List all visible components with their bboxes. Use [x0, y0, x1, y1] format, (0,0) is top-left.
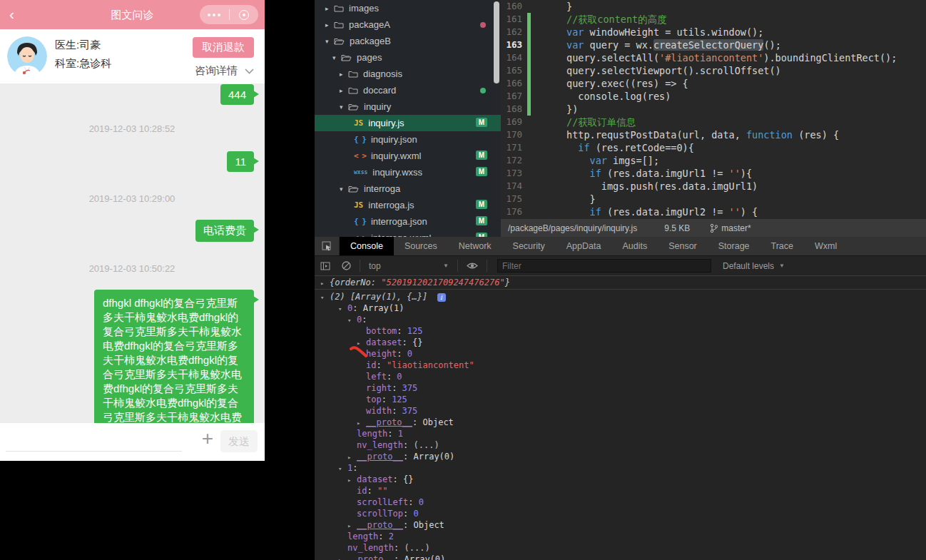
console-tree-row[interactable]: length: 1 — [315, 428, 926, 439]
console-tree-row[interactable]: ▾0: — [315, 314, 926, 325]
tab-sensor[interactable]: Sensor — [658, 237, 708, 255]
console-tree-row[interactable]: length: 2 — [315, 531, 926, 542]
code-line[interactable]: 172 var imgs=[]; — [501, 154, 926, 167]
tree-item-inquiry-wxml[interactable]: < > inquiry.wxml M — [315, 148, 501, 164]
tree-item-inquiry-js[interactable]: JS inquiry.js M — [315, 115, 501, 131]
tree-item-inquiry[interactable]: ▾ inquiry — [315, 98, 501, 115]
collapse-arrow-icon[interactable]: ▾ — [340, 185, 348, 193]
tree-item-interroga-json[interactable]: { } interroga.json M — [315, 213, 501, 230]
tree-item-packageB[interactable]: ▾ packageB — [315, 33, 501, 49]
console-tree-row[interactable]: nv_length: (...) — [315, 542, 926, 554]
cancel-refund-button[interactable]: 取消退款 — [193, 37, 254, 58]
console-tree-row[interactable]: width: 375 — [315, 405, 926, 417]
console-tree-row[interactable]: ▸dataset: {} — [315, 474, 926, 485]
code-line[interactable]: 160} — [501, 0, 926, 13]
console-tree-row[interactable]: bottom: 125 — [315, 325, 926, 337]
tree-item-inquiry-wxss[interactable]: wxss inquiry.wxss M — [315, 164, 501, 180]
code-line[interactable]: 161//获取content的高度 — [501, 13, 926, 26]
console-tree-row[interactable]: height: 0 — [315, 348, 926, 360]
code-line[interactable]: 165query.selectViewport().scrollOffset() — [501, 64, 926, 77]
tree-item-packageA[interactable]: ▸ packageA — [315, 16, 501, 33]
consult-detail-toggle[interactable]: 咨询详情 — [195, 64, 254, 78]
console-tree-row[interactable]: top: 125 — [315, 394, 926, 405]
console-tree-row[interactable]: scrollLeft: 0 — [315, 497, 926, 508]
code-line[interactable]: 167 console.log(res) — [501, 90, 926, 103]
eye-icon[interactable] — [461, 262, 484, 270]
console-tree-row[interactable]: ▸__proto__: Array(0) — [315, 451, 926, 462]
more-menu-icon[interactable] — [200, 14, 229, 16]
clear-console-icon[interactable] — [336, 261, 357, 270]
tab-storage[interactable]: Storage — [708, 237, 760, 255]
console-tree-row[interactable]: right: 375 — [315, 382, 926, 394]
plus-icon[interactable]: + — [202, 427, 213, 450]
context-selector[interactable]: top ▼ — [363, 261, 454, 271]
git-branch-icon — [710, 223, 718, 233]
git-branch-indicator[interactable]: master* — [710, 223, 751, 233]
tab-sources[interactable]: Sources — [394, 237, 448, 255]
tree-scrollbar[interactable] — [494, 1, 499, 83]
expand-arrow-icon[interactable]: ▸ — [325, 5, 334, 12]
code-line[interactable]: 175 } — [501, 193, 926, 205]
console-tree-row[interactable]: ▾0: Array(1) — [315, 302, 926, 314]
show-console-sidebar-icon[interactable] — [315, 262, 336, 270]
inspect-element-icon[interactable] — [315, 237, 340, 255]
close-target-icon[interactable] — [230, 10, 259, 20]
devtools-tab-bar: Console Sources Network Security AppData… — [315, 237, 926, 256]
tree-item-images[interactable]: ▸ images — [315, 0, 501, 16]
line-number: 173 — [501, 167, 522, 180]
console-log-row[interactable]: ▾(2) [Array(1), {…}] i — [315, 291, 926, 302]
collapse-arrow-icon[interactable]: ▾ — [340, 103, 348, 111]
tree-item-doccard[interactable]: ▸ doccard — [315, 82, 501, 98]
code-line[interactable]: 171 if (res.retCode==0){ — [501, 141, 926, 154]
code-editor[interactable]: 160} 161//获取content的高度 162var windowHeig… — [501, 0, 926, 219]
console-filter-input[interactable] — [497, 259, 711, 273]
code-line[interactable]: 169//获取订单信息 — [501, 116, 926, 128]
file-label: interroga.json — [371, 216, 427, 227]
console-tree-row[interactable]: id: "" — [315, 485, 926, 497]
console-tree-row[interactable]: ▸dataset: {} — [315, 337, 926, 348]
tab-audits[interactable]: Audits — [611, 237, 658, 255]
message-input[interactable] — [6, 451, 182, 452]
console-output[interactable]: ▸{orderNo: "5201912021709247476276"} ▾(2… — [315, 275, 926, 560]
code-line[interactable]: 168}) — [501, 103, 926, 116]
console-tree-row[interactable]: ▸__proto__: Array(0) — [315, 554, 926, 560]
tree-item-interroga-wxml[interactable]: < > interroga.wxml M — [315, 230, 501, 237]
tree-item-diagnosis[interactable]: ▸ diagnosis — [315, 66, 501, 82]
code-line[interactable]: 164query.selectAll('#liaotiancontent').b… — [501, 51, 926, 64]
code-line[interactable]: 173 if (res.data.imgUrl1 != ''){ — [501, 167, 926, 180]
console-tree-row[interactable]: left: 0 — [315, 371, 926, 382]
tree-item-interroga-js[interactable]: JS interroga.js M — [315, 197, 501, 213]
collapse-arrow-icon[interactable]: ▾ — [325, 38, 334, 45]
tree-item-inquiry-json[interactable]: { } inquiry.json — [315, 131, 501, 148]
tab-network[interactable]: Network — [448, 237, 502, 255]
tab-security[interactable]: Security — [502, 237, 556, 255]
expand-arrow-icon[interactable]: ▸ — [325, 21, 334, 29]
expand-arrow-icon[interactable]: ▸ — [340, 87, 348, 94]
code-line[interactable]: 176 if (res.data.imgUrl2 != '') { — [501, 205, 926, 218]
tree-item-pages[interactable]: ▾ pages — [315, 49, 501, 66]
console-tree-row[interactable]: id: "liaotiancontent" — [315, 360, 926, 371]
tab-console[interactable]: Console — [340, 237, 394, 255]
tab-trace[interactable]: Trace — [760, 237, 805, 255]
send-button[interactable]: 发送 — [220, 430, 258, 452]
console-tree-row[interactable]: ▸__proto__: Object — [315, 519, 926, 531]
code-line[interactable]: 174 imgs.push(res.data.imgUrl1) — [501, 180, 926, 193]
code-line[interactable]: 163var query = wx.createSelectorQuery(); — [501, 39, 926, 51]
console-tree-row[interactable]: ▸__proto__: Object — [315, 417, 926, 428]
console-tree-row[interactable]: scrollTop: 0 — [315, 508, 926, 519]
context-label: top — [369, 261, 381, 271]
chat-message-list[interactable]: 444 2019-12-03 10:28:52 11 2019-12-03 10… — [0, 83, 265, 423]
tab-wxml[interactable]: Wxml — [804, 237, 848, 255]
log-level-selector[interactable]: Default levels ▼ — [723, 261, 785, 271]
tree-item-interroga[interactable]: ▾ interroga — [315, 180, 501, 197]
file-size: 9.5 KB — [664, 223, 690, 233]
collapse-arrow-icon[interactable]: ▾ — [332, 54, 341, 61]
console-tree-row[interactable]: nv_length: (...) — [315, 439, 926, 451]
console-log-row[interactable]: ▸{orderNo: "5201912021709247476276"} — [315, 275, 926, 290]
code-line[interactable]: 162var windowHeight = utils.window(); — [501, 26, 926, 39]
expand-arrow-icon[interactable]: ▸ — [340, 71, 348, 78]
code-line[interactable]: 170http.requstPostData(url, data, functi… — [501, 128, 926, 141]
tab-appdata[interactable]: AppData — [556, 237, 612, 255]
console-tree-row[interactable]: ▾1: — [315, 462, 926, 474]
code-line[interactable]: 166query.exec((res) => { — [501, 77, 926, 90]
